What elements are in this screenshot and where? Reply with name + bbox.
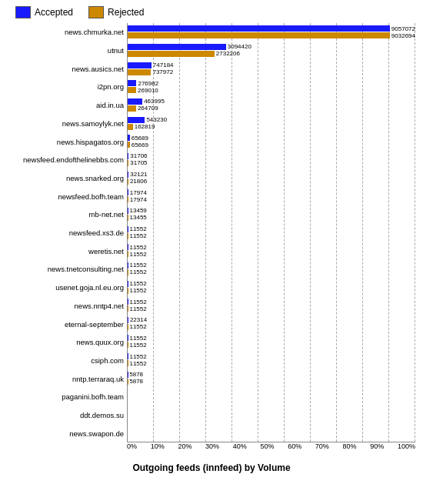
accepted-bar-wrap: 3094420	[128, 43, 415, 50]
x-tick-label: 50%	[260, 442, 274, 450]
x-tick-label: 70%	[315, 442, 329, 450]
rejected-bar-wrap: 11552	[128, 305, 415, 312]
rejected-bar-label: 11552	[129, 323, 146, 330]
table-row	[128, 406, 415, 424]
bar-pair: 463995264709	[128, 98, 415, 112]
accepted-bar	[128, 62, 152, 68]
table-row: 6568965669	[128, 132, 415, 151]
accepted-bar-wrap: 65689	[128, 135, 415, 142]
bar-pair: 1155211552	[128, 353, 415, 367]
table-row: 58785878	[128, 369, 415, 387]
table-row: 2231411552	[128, 315, 415, 333]
accepted-bar-wrap	[128, 408, 415, 415]
bar-pair: 30944202732206	[128, 43, 415, 57]
bar-pair: 276982269010	[128, 80, 415, 94]
table-row: 1155211552	[128, 296, 415, 315]
y-label: news.chmurka.net	[8, 23, 127, 42]
bar-pair	[128, 408, 415, 422]
x-tick-label: 80%	[343, 442, 357, 450]
legend-accepted: Accepted	[15, 6, 73, 18]
accepted-bar-wrap: 11552	[128, 225, 415, 232]
y-label: i2pn.org	[8, 78, 127, 96]
bar-pair: 6568965669	[128, 135, 415, 149]
accepted-bar-wrap: 11552	[128, 244, 415, 251]
accepted-bar-wrap: 13459	[128, 207, 415, 214]
rejected-bar-wrap: 11552	[128, 251, 415, 258]
accepted-bar	[128, 317, 128, 323]
rejected-bar	[128, 87, 136, 93]
table-row	[128, 387, 415, 406]
bar-pair: 747184737972	[128, 62, 415, 75]
accepted-bar-label: 17974	[130, 189, 147, 196]
x-axis-labels: 0%10%20%30%40%50%60%70%80%90%100%	[127, 442, 415, 450]
chart-title: Outgoing feeds (innfeed) by Volume	[8, 462, 415, 473]
rejected-bar-label: 11552	[129, 360, 146, 367]
accepted-bar-label: 276982	[138, 80, 158, 87]
y-label: ddt.demos.su	[8, 406, 127, 425]
y-label: nntp.terraraq.uk	[8, 369, 127, 388]
bar-pair: 3170631705	[128, 152, 415, 166]
accepted-bar-label: 543230	[146, 116, 167, 123]
bar-pair: 2231411552	[128, 316, 415, 330]
rejected-bar-wrap: 11552	[128, 342, 415, 349]
table-row: 543230162819	[128, 114, 415, 132]
table-row: 3170631705	[128, 151, 415, 169]
x-tick-label: 30%	[205, 442, 219, 450]
table-row: 1797417974	[128, 187, 415, 205]
accepted-bar-label: 32121	[130, 171, 147, 178]
rejected-bar-wrap: 21806	[128, 178, 415, 185]
table-row: 276982269010	[128, 78, 415, 96]
accepted-bar-wrap: 543230	[128, 116, 415, 123]
rejected-bar-label: 11552	[129, 342, 146, 349]
accepted-bar-wrap: 31706	[128, 152, 415, 159]
accepted-bar	[128, 172, 128, 178]
accepted-bar-wrap: 22314	[128, 316, 415, 323]
accepted-bar-label: 65689	[132, 135, 148, 142]
bar-pair: 543230162819	[128, 116, 415, 130]
rejected-bar	[128, 105, 136, 112]
y-label: news.swapon.de	[8, 424, 127, 442]
y-axis-labels: news.chmurka.netutnutnews.ausics.neti2pn…	[8, 23, 127, 442]
bars-area: 9057072903269430944202732206747184737972…	[127, 23, 415, 442]
rejected-bar-wrap: 11552	[128, 360, 415, 367]
accepted-bar-label: 11552	[129, 335, 146, 342]
rejected-bar-label: 269010	[138, 87, 158, 94]
rejected-bar-wrap: 17974	[128, 196, 415, 203]
rejected-bar-label: 737972	[152, 68, 173, 75]
bar-pair: 1345913455	[128, 207, 415, 221]
legend: Accepted Rejected	[8, 6, 415, 18]
table-row: 30944202732206	[128, 42, 415, 60]
accepted-bar-wrap: 11552	[128, 262, 415, 269]
table-row: 1155211552	[128, 351, 415, 369]
y-label: newsfeed.xs3.de	[8, 224, 127, 242]
table-row: 1155211552	[128, 260, 415, 279]
x-tick-label: 20%	[178, 442, 192, 450]
bar-pair: 1797417974	[128, 189, 415, 203]
accepted-bar-label: 11552	[129, 353, 146, 360]
accepted-bar-label: 22314	[130, 316, 147, 323]
bar-pair: 58785878	[128, 371, 415, 385]
y-label: newsfeed.bofh.team	[8, 187, 127, 205]
accepted-bar-wrap: 9057072	[128, 25, 415, 32]
y-label: eternal-september	[8, 315, 127, 333]
legend-rejected-label: Rejected	[108, 7, 144, 18]
rejected-bar-wrap: 2732206	[128, 50, 415, 57]
bar-pair	[128, 389, 415, 403]
table-row: 747184737972	[128, 59, 415, 78]
bar-pair: 1155211552	[128, 225, 415, 239]
accepted-bar-label: 13459	[130, 207, 147, 214]
legend-rejected-box	[88, 6, 104, 18]
y-label: news.hispagatos.org	[8, 132, 127, 151]
rejected-bar	[128, 179, 128, 185]
rejected-bar	[128, 196, 128, 202]
accepted-bar-wrap: 747184	[128, 62, 415, 68]
accepted-bar-label: 31706	[130, 152, 147, 159]
rejected-bar-wrap: 11552	[128, 232, 415, 239]
rejected-bar	[128, 51, 215, 57]
accepted-bar-wrap: 276982	[128, 80, 415, 87]
rejected-bar-wrap: 162819	[128, 123, 415, 130]
rejected-bar-label: 11552	[129, 305, 146, 312]
rejected-bar	[128, 124, 133, 130]
accepted-bar-label: 11552	[129, 299, 146, 305]
rejected-bar-wrap	[128, 396, 415, 403]
